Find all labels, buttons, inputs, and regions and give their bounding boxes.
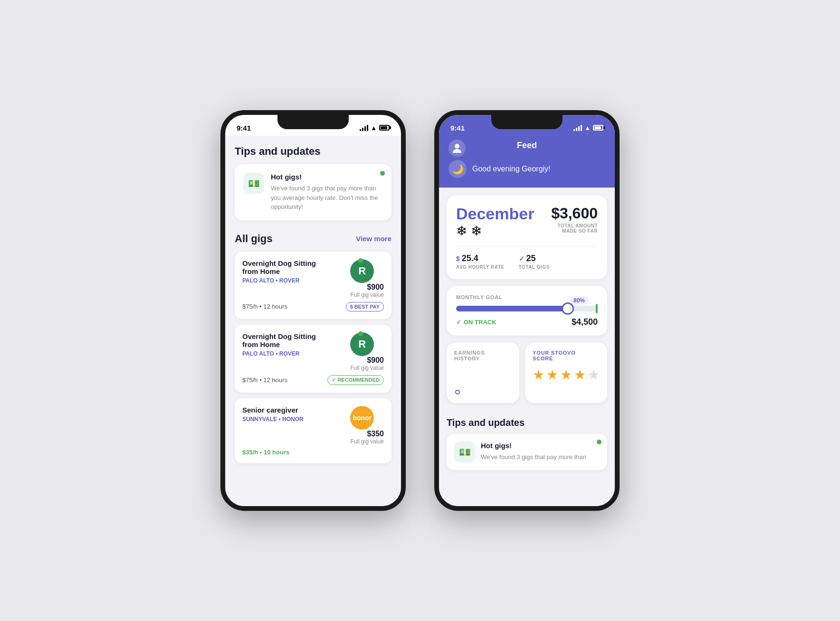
gigs-title: All gigs — [235, 233, 272, 245]
tips-section-right: Tips and updates 💵 Hot gigs! We've found… — [439, 417, 615, 480]
signal-bar-2 — [362, 128, 363, 131]
greeting-moon-icon: 🌙 — [449, 160, 467, 178]
tip-title-text-left: Hot gigs! — [271, 173, 383, 181]
tip-content-right: Hot gigs! We've found 3 gigs that pay mo… — [481, 442, 586, 462]
battery-fill-right — [594, 126, 601, 129]
earnings-history-card[interactable]: EARNINGS HISTORY — [447, 342, 519, 403]
gig-dot-2 — [358, 331, 363, 336]
check-icon-2: ✓ — [456, 319, 461, 326]
gig-card-2[interactable]: Overnight Dog Sittingfrom Home PALO ALTO… — [235, 325, 391, 393]
gig-info-1: Overnight Dog Sittingfrom Home PALO ALTO… — [242, 259, 350, 287]
star-4: ★ — [574, 367, 586, 383]
earnings-total-section: $3,600 TOTAL AMOUNTMADE SO FAR — [551, 205, 598, 234]
view-more-button[interactable]: View more — [356, 235, 391, 243]
gig-title-2: Overnight Dog Sittingfrom Home — [242, 332, 345, 348]
gig-dot-1 — [358, 258, 363, 263]
earnings-total-amount: $3,600 — [551, 205, 598, 222]
gig-rate-1: $75/h • 12 hours — [242, 303, 287, 310]
gig-right-3: honor $350 Full gig value — [350, 406, 384, 445]
phone2-content[interactable]: Feed 🌙 Good evening Georgiy! December ❄ … — [439, 136, 615, 506]
star-2: ★ — [546, 367, 558, 383]
gig-price-3: $350 — [350, 430, 384, 438]
gig-card-1[interactable]: Overnight Dog Sittingfrom Home PALO ALTO… — [235, 252, 391, 319]
gig-badge-bestpay: $ BEST PAY — [346, 302, 384, 311]
signal-bar-4 — [367, 125, 368, 131]
feed-body: December ❄ ❄ $3,600 TOTAL AMOUNTMADE SO … — [439, 188, 615, 417]
earnings-bars-chart — [454, 367, 512, 395]
gig-bottom-2: $75/h • 12 hours ✓ RECOMMENDED — [242, 375, 384, 385]
gig-location-3: SUNNYVALE • HONOR — [242, 416, 345, 423]
star-1: ★ — [533, 367, 544, 383]
gig-right-2: R $900 Full gig value — [350, 332, 384, 371]
status-icons-right: ▲ — [573, 124, 603, 132]
tip-dot-left — [380, 171, 385, 176]
tip-icon-left: 💵 — [243, 173, 264, 194]
gig-location-2: PALO ALTO • ROVER — [242, 350, 345, 357]
gig-logo-2: R — [350, 332, 374, 356]
your-text: YOUR — [533, 350, 551, 356]
battery-icon-left — [379, 125, 390, 131]
tips-title-left: Tips and updates — [235, 145, 391, 158]
earnings-gigs-value: ✓ 25 — [519, 254, 550, 263]
gig-price-label-2: Full gig value — [350, 365, 384, 371]
gig-price-label-3: Full gig value — [350, 438, 384, 445]
goal-fill — [456, 306, 569, 311]
tip-desc-left: We've found 3 gigs that pay more than yo… — [271, 184, 383, 212]
avg-rate-number: 25.4 — [462, 254, 478, 263]
earnings-snowflakes: ❄ ❄ — [456, 223, 534, 239]
notch-right — [491, 115, 563, 129]
stars-container: ★ ★ ★ ★ ★ — [533, 367, 600, 383]
tip-dot-right — [597, 440, 601, 444]
avg-rate-label: AVG HOURLY RATE — [456, 264, 505, 270]
gig-top-3: Senior caregiver SUNNYVALE • HONOR honor… — [242, 406, 384, 445]
tip-icon-emoji: 💵 — [248, 178, 260, 189]
bar-group-1 — [454, 390, 461, 395]
wifi-icon-left: ▲ — [371, 124, 377, 132]
greeting-text: Good evening Georgiy! — [472, 165, 551, 173]
notch-left — [277, 115, 349, 129]
moon-emoji: 🌙 — [452, 163, 464, 175]
star-3: ★ — [560, 367, 572, 383]
goal-card[interactable]: MONTHLY GOAL 80% ✓ ON TRACK $4,50 — [447, 286, 607, 336]
e-dot-1 — [455, 390, 460, 395]
gig-price-1: $900 — [350, 283, 384, 292]
tip-desc-right: We've found 3 gigs that pay more than — [481, 452, 586, 462]
gig-logo-1: R — [350, 259, 374, 283]
battery-fill-left — [381, 126, 387, 129]
goal-end-marker — [596, 304, 598, 313]
earnings-history-title: EARNINGS HISTORY — [454, 350, 512, 361]
time-right: 9:41 — [450, 124, 465, 132]
signal-bar-r3 — [578, 126, 580, 131]
tip-icon-right: 💵 — [454, 442, 475, 462]
gig-logo-3: honor — [350, 406, 374, 430]
gig-info-3: Senior caregiver SUNNYVALE • HONOR — [242, 406, 350, 425]
time-left: 9:41 — [237, 124, 251, 132]
stoovo-score-title: YOUR STOOVO SCORE — [533, 350, 600, 361]
earnings-month: December — [456, 205, 534, 223]
svg-point-0 — [455, 144, 459, 149]
gig-bottom-3: $35/h • 10 hours — [242, 449, 384, 456]
tip-card-right[interactable]: 💵 Hot gigs! We've found 3 gigs that pay … — [447, 434, 607, 470]
tip-content-left: Hot gigs! We've found 3 gigs that pay mo… — [271, 173, 383, 212]
score-text: SCORE — [533, 356, 553, 361]
goal-percent: 80% — [570, 296, 588, 305]
signal-bar-3 — [364, 126, 366, 131]
tip-title-right-text: Hot gigs! — [481, 442, 586, 450]
greeting-bar: 🌙 Good evening Georgiy! — [439, 160, 615, 188]
earnings-card[interactable]: December ❄ ❄ $3,600 TOTAL AMOUNTMADE SO … — [447, 195, 607, 279]
stoovo-score-card[interactable]: YOUR STOOVO SCORE ★ ★ ★ ★ ★ — [525, 342, 607, 403]
total-gigs-number: 25 — [526, 254, 536, 263]
earnings-month-section: December ❄ ❄ — [456, 205, 534, 239]
gig-card-3[interactable]: Senior caregiver SUNNYVALE • HONOR honor… — [235, 398, 391, 463]
gig-title-1: Overnight Dog Sittingfrom Home — [242, 259, 345, 275]
gig-rate-3: $35/h • 10 hours — [242, 449, 289, 456]
gig-right-1: R $900 Full gig value — [350, 259, 384, 298]
tip-card-left[interactable]: 💵 Hot gigs! We've found 3 gigs that pay … — [235, 164, 391, 220]
feed-avatar[interactable] — [449, 140, 466, 157]
phone1-content[interactable]: Tips and updates 💵 Hot gigs! We've found… — [225, 136, 401, 506]
signal-bar-r4 — [581, 125, 582, 131]
gig-price-label-1: Full gig value — [350, 292, 384, 298]
gig-title-3: Senior caregiver — [242, 406, 345, 414]
earnings-rate-value: $ 25.4 — [456, 254, 505, 263]
gig-badge-recommended: ✓ RECOMMENDED — [327, 375, 384, 385]
